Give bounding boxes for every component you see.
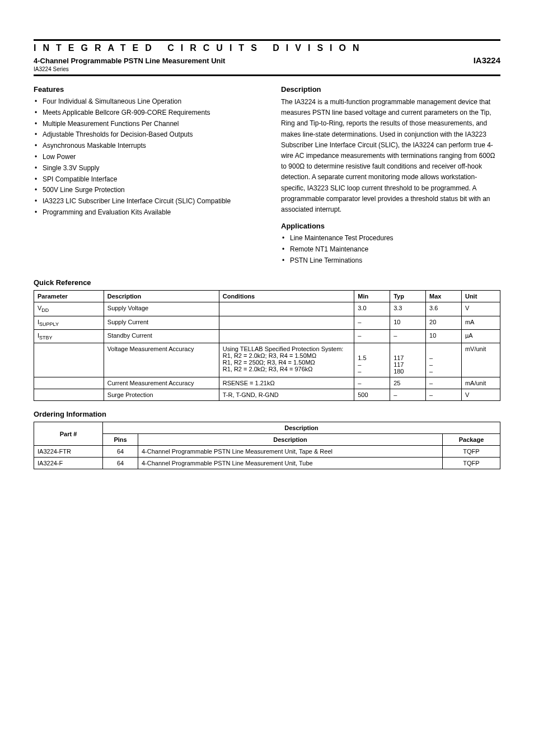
cell: Using TELLAB Specified Protection System… [219, 343, 354, 377]
cell: mV/unit [461, 343, 500, 377]
feature-item: Programming and Evaluation Kits Availabl… [34, 208, 253, 217]
cell: mA [461, 316, 500, 329]
feature-item: Adjustable Thresholds for Decision-Based… [34, 130, 253, 139]
cell: IA3224-FTR [34, 446, 103, 458]
cell: 1.5 – – [354, 343, 390, 377]
col-description: Description [104, 291, 219, 302]
ordering-table: Part # Description Pins Description Pack… [34, 422, 500, 469]
cell [34, 389, 104, 401]
table-row: Voltage Measurement Accuracy Using TELLA… [34, 343, 500, 377]
ordering-heading: Ordering Information [34, 410, 500, 418]
table-row: VDD Supply Voltage 3.0 3.3 3.6 V [34, 302, 500, 316]
cell: Voltage Measurement Accuracy [104, 343, 219, 377]
quickref-heading: Quick Reference [34, 278, 500, 287]
cell: – [426, 389, 462, 401]
cell: IA3224-F [34, 458, 103, 469]
table-row: IA3224-FTR 64 4-Channel Programmable PST… [34, 446, 500, 458]
cell: – [390, 389, 426, 401]
table-header-row: Parameter Description Conditions Min Typ… [34, 291, 500, 302]
table-row: Current Measurement Accuracy RSENSE = 1.… [34, 377, 500, 389]
cell: 64 [103, 458, 138, 469]
cell: VDD [34, 302, 104, 316]
cell: 3.6 [426, 302, 462, 316]
cell: – [354, 316, 390, 329]
features-heading: Features [34, 85, 253, 94]
cell [219, 302, 354, 316]
col-desc: Description [138, 434, 443, 446]
application-item: Line Maintenance Test Procedures [281, 234, 500, 243]
cell: TQFP [443, 446, 500, 458]
cell: 4-Channel Programmable PSTN Line Measure… [138, 446, 443, 458]
cell: mA/unit [461, 377, 500, 389]
cell [34, 343, 104, 377]
col-typ: Typ [390, 291, 426, 302]
cell: Supply Voltage [104, 302, 219, 316]
cell: 500 [354, 389, 390, 401]
table-header-row: Part # Description [34, 422, 500, 434]
feature-item: Four Individual & Simultaneous Line Oper… [34, 97, 253, 106]
cell: 10 [426, 329, 462, 343]
cell: Surge Protection [104, 389, 219, 401]
cell: – [426, 377, 462, 389]
cell: – [390, 329, 426, 343]
cell: 4-Channel Programmable PSTN Line Measure… [138, 458, 443, 469]
cell: ISUPPLY [34, 316, 104, 329]
cell: Supply Current [104, 316, 219, 329]
description-text: The IA3224 is a multi-function programma… [281, 97, 500, 215]
cell [219, 316, 354, 329]
feature-item: Single 3.3V Supply [34, 164, 253, 173]
features-list: Four Individual & Simultaneous Line Oper… [34, 97, 253, 217]
quickref-table: Parameter Description Conditions Min Typ… [34, 290, 500, 401]
table-row: ISUPPLY Supply Current – 10 20 mA [34, 316, 500, 329]
application-item: Remote NT1 Maintenance [281, 245, 500, 254]
cell: 64 [103, 446, 138, 458]
cell: – [354, 329, 390, 343]
application-item: PSTN Line Terminations [281, 256, 500, 265]
cell: Standby Current [104, 329, 219, 343]
part-number: IA3224 [474, 55, 500, 65]
cell [219, 329, 354, 343]
cell: 117 117 180 [390, 343, 426, 377]
col-unit: Unit [461, 291, 500, 302]
cell: 3.0 [354, 302, 390, 316]
subtitle: 4-Channel Programmable PSTN Line Measure… [34, 57, 225, 65]
col-min: Min [354, 291, 390, 302]
cell: µA [461, 329, 500, 343]
feature-item: Multiple Measurement Functions Per Chann… [34, 119, 253, 129]
col-max: Max [426, 291, 462, 302]
cell: TQFP [443, 458, 500, 469]
applications-heading: Applications [281, 222, 500, 230]
table-row: ISTBY Standby Current – – 10 µA [34, 329, 500, 343]
col-conditions: Conditions [219, 291, 354, 302]
feature-item: 500V Line Surge Protection [34, 185, 253, 195]
feature-item: Asynchronous Maskable Interrupts [34, 141, 253, 151]
cell: ISTBY [34, 329, 104, 343]
cell: 20 [426, 316, 462, 329]
feature-item: Meets Applicable Bellcore GR-909-CORE Re… [34, 108, 253, 118]
table-subheader-row: Pins Description Package [34, 434, 500, 446]
description-heading: Description [281, 85, 500, 94]
cell: V [461, 389, 500, 401]
cell [34, 377, 104, 389]
feature-item: SPI Compatible Interface [34, 175, 253, 184]
cell: – – – [426, 343, 462, 377]
table-row: Surge Protection T-R, T-GND, R-GND 500 –… [34, 389, 500, 401]
col-desc: Description [103, 422, 500, 434]
cell: 25 [390, 377, 426, 389]
col-part: Part # [34, 422, 103, 446]
feature-item: IA3223 LIC Subscriber Line Interface Cir… [34, 197, 253, 206]
table-row: IA3224-F 64 4-Channel Programmable PSTN … [34, 458, 500, 469]
cell: V [461, 302, 500, 316]
col-package: Package [443, 434, 500, 446]
applications-list: Line Maintenance Test Procedures Remote … [281, 234, 500, 265]
cell: T-R, T-GND, R-GND [219, 389, 354, 401]
cell: 10 [390, 316, 426, 329]
feature-item: Low Power [34, 152, 253, 162]
cell: – [354, 377, 390, 389]
col-pins: Pins [103, 434, 138, 446]
cell: 3.3 [390, 302, 426, 316]
cell: Current Measurement Accuracy [104, 377, 219, 389]
col-parameter: Parameter [34, 291, 104, 302]
doc-title: INTEGRATED CIRCUITS DIVISION [34, 43, 500, 53]
cell: RSENSE = 1.21kΩ [219, 377, 354, 389]
